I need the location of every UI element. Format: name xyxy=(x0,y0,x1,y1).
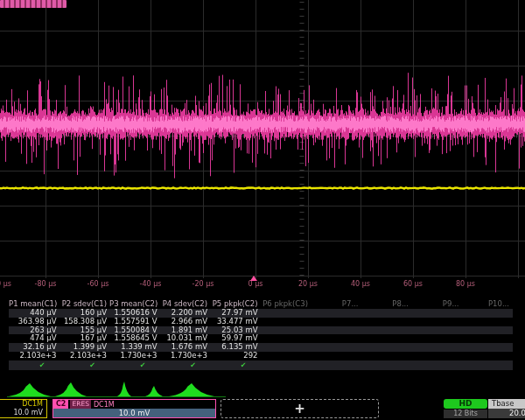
measurement-cell xyxy=(462,309,513,318)
timebase-descriptor-box[interactable]: Tbase 20.0 µs xyxy=(488,399,525,418)
measurement-header[interactable]: P8... xyxy=(361,298,412,309)
channel2-descriptor-box[interactable]: C2 ERES DC1M 10.0 mV xyxy=(52,399,216,418)
channel2-coupling: DC1M xyxy=(94,401,115,409)
measurement-cell xyxy=(261,318,312,326)
status-check-icon: ✔ xyxy=(9,360,60,370)
measurement-cell xyxy=(462,334,513,343)
status-check-icon: ✔ xyxy=(60,360,110,370)
measurement-cell xyxy=(411,326,462,335)
measurement-cell xyxy=(411,352,462,360)
status-check-icon xyxy=(462,360,513,370)
measurement-cell: 158.308 µV xyxy=(60,318,110,326)
measurement-cell xyxy=(361,343,412,352)
axis-tick-label: -20 µs xyxy=(192,280,214,288)
hd-bits-label: 12 Bits xyxy=(444,410,487,418)
measurement-header[interactable]: P5 pkpk(C2) xyxy=(210,298,261,309)
measurement-cell: 2.200 mV xyxy=(160,309,211,318)
axis-tick-label: -80 µs xyxy=(35,280,57,288)
measurement-cell: 2.966 mV xyxy=(160,318,211,326)
measurement-cell: 25.03 mV xyxy=(210,326,261,335)
measurement-cell: 59.97 mV xyxy=(210,334,261,343)
timebase-title: Tbase xyxy=(488,399,525,409)
measurement-cell xyxy=(411,334,462,343)
measurement-header[interactable]: P7... xyxy=(311,298,361,309)
hd-acquisition-indicator[interactable]: HD 12 Bits xyxy=(444,399,487,418)
channel1-descriptor-box[interactable]: DC1M 10.0 mV xyxy=(0,399,47,418)
measurement-cell xyxy=(311,309,361,318)
measurement-cell: 1.399 µV xyxy=(60,343,110,352)
measurement-cell xyxy=(361,309,412,318)
measurement-cell: 27.97 mV xyxy=(210,309,261,318)
measurement-header[interactable]: P10... xyxy=(462,298,513,309)
measurement-table: P1 mean(C1)P2 sdev(C1)P3 mean(C2)P4 sdev… xyxy=(9,298,513,370)
measurement-cell: 1.550084 V xyxy=(109,326,160,335)
measurement-cell: 32.16 µV xyxy=(9,343,60,352)
status-check-icon: ✔ xyxy=(160,360,211,370)
channel2-scale: 10.0 mV xyxy=(53,409,215,417)
add-trace-button[interactable]: + xyxy=(220,399,379,418)
measurement-header[interactable]: P3 mean(C2) xyxy=(109,298,160,309)
measurement-cell xyxy=(462,326,513,335)
axis-tick-label: 0 µs xyxy=(248,280,263,288)
measurement-cell: 1.891 mV xyxy=(160,326,211,335)
measurement-cell: 33.477 mV xyxy=(210,318,261,326)
measurement-cell xyxy=(261,343,312,352)
axis-tick-label: -100 µs xyxy=(0,280,11,288)
measurement-cell: 2.103e+3 xyxy=(9,352,60,360)
measurement-cell: 363.98 µV xyxy=(9,318,60,326)
axis-tick-label: 80 µs xyxy=(456,280,475,288)
measurement-cell: 1.550616 V xyxy=(109,309,160,318)
measurement-cell: 1.676 mV xyxy=(160,343,211,352)
measurement-cell: 1.730e+3 xyxy=(109,352,160,360)
measurement-cell xyxy=(311,326,361,335)
plus-icon: + xyxy=(294,401,305,416)
measurement-cell xyxy=(462,352,513,360)
measurement-header[interactable]: P1 mean(C1) xyxy=(9,298,60,309)
measurement-cell xyxy=(361,326,412,335)
measurement-cell: 1.339 mV xyxy=(109,343,160,352)
measurement-header[interactable]: P4 sdev(C2) xyxy=(160,298,211,309)
measurement-cell: 167 µV xyxy=(60,334,110,343)
axis-tick-label: -60 µs xyxy=(88,280,109,288)
measurement-cell: 1.558645 V xyxy=(109,334,160,343)
axis-tick-label: -40 µs xyxy=(140,280,162,288)
status-check-icon xyxy=(261,360,312,370)
measurement-header[interactable]: P6 pkpk(C3) xyxy=(261,298,312,309)
channel1-scale: 10.0 mV xyxy=(0,409,46,417)
measurement-cell xyxy=(462,343,513,352)
measurement-cell: 155 µV xyxy=(60,326,110,335)
timebase-value: 20.0 µs xyxy=(488,409,525,418)
status-check-icon: ✔ xyxy=(109,360,160,370)
measurement-cell: 6.135 mV xyxy=(210,343,261,352)
measurement-cell: 1.557591 V xyxy=(109,318,160,326)
status-check-icon xyxy=(361,360,412,370)
status-check-icon: ✔ xyxy=(210,360,261,370)
measurement-cell xyxy=(311,318,361,326)
axis-tick-label: 20 µs xyxy=(298,280,318,288)
measurement-cell xyxy=(311,343,361,352)
channel2-corner-badge xyxy=(0,0,66,8)
measurement-cell: 1.730e+3 xyxy=(160,352,211,360)
measurement-cell xyxy=(361,318,412,326)
measurement-cell xyxy=(361,352,412,360)
measurement-cell: 160 µV xyxy=(60,309,110,318)
measurement-cell: 292 xyxy=(210,352,261,360)
timebase-axis-labels: -100 µs-80 µs-60 µs-40 µs-20 µs0 µs20 µs… xyxy=(0,280,525,290)
measurement-cell xyxy=(311,352,361,360)
hd-badge: HD xyxy=(444,399,487,409)
measurement-cell: 10.031 mV xyxy=(160,334,211,343)
measurement-header[interactable]: P9... xyxy=(411,298,462,309)
trigger-position-icon[interactable] xyxy=(250,276,257,281)
axis-tick-label: 40 µs xyxy=(351,280,370,288)
measurement-cell xyxy=(411,318,462,326)
measurement-cell xyxy=(261,326,312,335)
measurement-cell: 263 µV xyxy=(9,326,60,335)
measurement-header[interactable]: P2 sdev(C1) xyxy=(60,298,110,309)
status-check-icon xyxy=(311,360,361,370)
measurement-cell: 474 µV xyxy=(9,334,60,343)
measurement-cell xyxy=(311,334,361,343)
axis-tick-label: 60 µs xyxy=(403,280,423,288)
channel1-coupling: DC1M xyxy=(0,400,46,409)
measurement-cell xyxy=(411,309,462,318)
oscilloscope-screen: -100 µs-80 µs-60 µs-40 µs-20 µs0 µs20 µs… xyxy=(0,0,525,420)
